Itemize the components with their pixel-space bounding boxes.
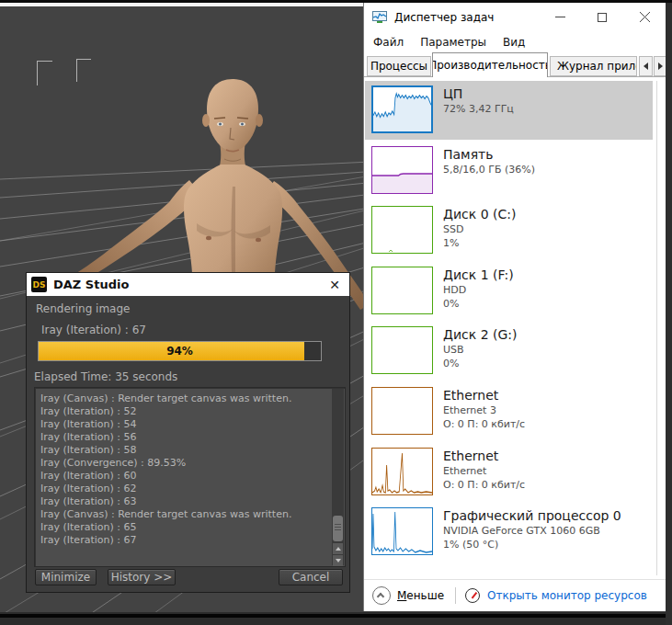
resource-monitor-icon [465,588,480,603]
window-minimize-icon[interactable] [539,3,581,31]
disk2-mini-chart [371,326,433,374]
perf-item-detail: 0% [443,357,518,370]
render-progress-bar: 94% [38,341,322,361]
perf-item-detail: 72% 3,42 ГГц [443,102,514,116]
open-resource-monitor-link[interactable]: Открыть монитор ресурсов [487,589,647,602]
tab-scroll-left-icon[interactable] [639,56,653,76]
log-scrollbar[interactable] [332,389,344,565]
tab-app-history[interactable]: Журнал прилож [550,56,637,76]
perf-item-detail: 1% [443,236,516,250]
perf-item-detail: 0% [443,297,514,311]
daz-studio-icon: DS [31,277,47,292]
minimize-button[interactable]: Minimize [35,569,97,585]
log-line: Iray (Iteration) : 60 [40,470,328,483]
log-line: Iray (Iteration) : 56 [40,431,328,444]
perf-item-disk0[interactable]: Диск 0 (C:) SSD 1% [365,201,653,260]
dialog-title: DAZ Studio [53,278,327,291]
perf-item-detail: Ethernet 3 [443,403,525,417]
disk1-mini-chart [371,267,433,314]
perf-item-detail: 1% (50 °C) [443,538,621,551]
performance-list: ЦП 72% 3,42 ГГц Память 5,8/16,0 ГБ (36%) [364,77,666,579]
window-close-icon[interactable] [623,3,666,31]
cpu-mini-chart [371,85,433,133]
task-manager-icon [372,11,387,24]
perf-item-title: ЦП [443,85,514,102]
list-scrollbar[interactable] [656,81,657,575]
perf-item-cpu[interactable]: ЦП 72% 3,42 ГГц [365,81,653,140]
menu-view[interactable]: Вид [495,36,533,49]
iteration-label: Iray (Iteration) : 67 [41,324,146,336]
log-line: Iray (Iteration) : 62 [40,483,328,495]
perf-item-memory[interactable]: Память 5,8/16,0 ГБ (36%) [365,142,653,200]
close-icon[interactable]: ✕ [327,278,342,292]
ethernet-mini-chart [371,448,433,495]
elapsed-time-label: Elapsed Time: 35 seconds [34,370,177,383]
disk0-mini-chart [371,206,433,254]
fewer-details-button[interactable]: Меньше [397,589,444,602]
viewport-corner-bracket [76,59,91,82]
perf-item-title: Память [443,146,535,163]
rendering-status-label: Rendering image [36,302,130,315]
log-line: Iray (Iteration) : 54 [40,418,328,431]
perf-item-detail: Ethernet [443,464,525,478]
render-progress-percent: 94% [39,342,321,360]
perf-item-detail: NVIDIA GeForce GTX 1060 6GB [443,524,621,538]
taskmgr-tabs: Процессы Производительность Журнал прило… [364,52,666,77]
window-maximize-icon[interactable] [581,3,623,31]
log-line: Iray (Iteration) : 52 [40,405,328,418]
tab-processes[interactable]: Процессы [367,56,431,76]
log-line: Iray (Convergence) : 89.53% [40,457,328,470]
daz-icon-text: DS [33,280,46,290]
cancel-button[interactable]: Cancel [279,569,343,585]
viewport-bottom-divider [0,614,672,618]
screenshot-root: DS DAZ Studio ✕ Rendering image Iray (It… [0,0,672,625]
perf-item-disk1[interactable]: Диск 1 (F:) HDD 0% [365,262,653,321]
perf-item-title: Графический процессор 0 [443,507,621,524]
perf-item-ethernet3[interactable]: Ethernet Ethernet 3 О: 0 П: 0 кбит/с [365,382,653,441]
toolbar-edge-strip [0,3,363,6]
scroll-up-icon[interactable] [333,543,343,554]
ethernet3-mini-chart [371,387,433,435]
perf-item-ethernet[interactable]: Ethernet Ethernet О: 0 П: 0 кбит/с [365,443,653,502]
perf-item-title: Диск 2 (G:) [443,326,518,343]
taskmgr-menubar: Файл Параметры Вид [364,31,666,52]
log-scrollbar-thumb[interactable] [333,516,343,541]
perf-item-detail: SSD [443,222,516,236]
log-line: Iray (Iteration) : 67 [40,534,328,547]
history-button[interactable]: History >> [108,569,176,585]
menu-options[interactable]: Параметры [412,36,495,49]
log-line: Iray (Iteration) : 63 [40,495,328,508]
perf-item-gpu[interactable]: Графический процессор 0 NVIDIA GeForce G… [365,503,653,562]
render-log-box: Iray (Canvas) : Render target canvas was… [34,387,346,567]
dialog-titlebar[interactable]: DS DAZ Studio ✕ [27,273,349,296]
log-line: Iray (Iteration) : 65 [40,521,328,534]
top-edge-strip [0,0,672,3]
taskmgr-footer: Меньше Открыть монитор ресурсов [364,579,666,611]
task-manager-window: Диспетчер задач Файл Параметры Вид Проце… [363,3,666,611]
perf-item-title: Диск 1 (F:) [443,267,514,283]
scroll-down-icon[interactable] [333,555,343,566]
memory-mini-chart [371,146,433,194]
right-edge-strip [666,0,672,625]
menu-file[interactable]: Файл [364,36,412,49]
perf-item-detail: О: 0 П: 0 кбит/с [443,478,525,492]
perf-item-title: Ethernet [443,387,525,403]
tab-performance[interactable]: Производительность [432,52,548,77]
log-line: Iray (Canvas) : Render target canvas was… [40,392,328,405]
collapse-chevron-icon[interactable] [372,586,391,605]
perf-item-detail: USB [443,343,518,357]
log-line: Iray (Canvas) : Render target canvas was… [40,508,328,521]
daz-render-dialog: DS DAZ Studio ✕ Rendering image Iray (It… [26,272,350,593]
taskmgr-titlebar[interactable]: Диспетчер задач [364,3,666,31]
perf-item-disk2[interactable]: Диск 2 (G:) USB 0% [365,322,653,381]
log-line: Iray (Iteration) : 58 [40,444,328,457]
perf-item-title: Ethernet [443,448,525,464]
window-title: Диспетчер задач [394,11,539,24]
footer-divider [455,587,456,604]
perf-item-detail: О: 0 П: 0 кбит/с [443,417,525,431]
perf-item-title: Диск 0 (C:) [443,206,516,222]
perf-item-detail: HDD [443,283,514,297]
perf-item-detail: 5,8/16,0 ГБ (36%) [443,163,535,176]
render-log-lines: Iray (Canvas) : Render target canvas was… [40,392,328,547]
gpu-mini-chart [371,507,433,555]
